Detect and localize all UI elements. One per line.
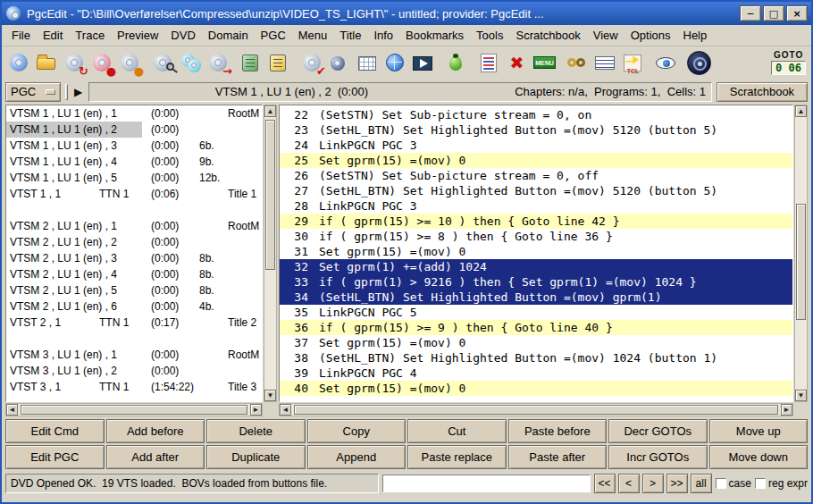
small-dvd-icon[interactable]	[328, 51, 352, 75]
command-line[interactable]: 28LinkPGCN PGC 3	[280, 198, 792, 214]
pgc-list-item[interactable]: VTSM 3 , LU 1 (en) , 1(0:00)RootM	[6, 347, 262, 363]
append-button[interactable]: Append	[307, 445, 406, 469]
menu-domain[interactable]: Domain	[202, 26, 255, 45]
command-list-hscrollbar[interactable]: ◄ ►	[279, 403, 793, 416]
verify-dvd-icon[interactable]: ✔	[300, 51, 324, 75]
pgc-list-item[interactable]: VTSM 2 , LU 1 (en) , 2(0:00)	[6, 234, 262, 250]
command-line[interactable]: 39LinkPGCN PGC 4	[280, 365, 792, 381]
cell-table-icon[interactable]	[356, 51, 380, 75]
pgc-list-item[interactable]: VTSM 2 , LU 1 (en) , 3(0:00)8b.	[6, 250, 262, 266]
scroll-up-icon[interactable]: ▲	[264, 105, 276, 117]
pgc-list-item[interactable]: VTST 3 , 1TTN 1(1:54:22)Title 3	[6, 379, 262, 395]
preview-dvd-icon[interactable]	[151, 51, 175, 75]
pgc-list-vscrollbar[interactable]: ▲ ▼	[264, 105, 277, 402]
pgc-list-item[interactable]: VTSM 1 , LU 1 (en) , 3(0:00)6b.	[6, 138, 262, 154]
pgc-list-item[interactable]: VTSM 2 , LU 1 (en) , 6(0:00)4b.	[6, 298, 262, 315]
pgc-list-item[interactable]: VTSM 1 , LU 1 (en) , 2(0:00)	[6, 122, 262, 138]
pgc-list-item[interactable]: VTSM 2 , LU 1 (en) , 4(0:00)8b.	[6, 266, 262, 282]
pgc-list-item[interactable]: VTST 2 , 1TTN 1(0:17)Title 2	[6, 315, 262, 331]
command-line[interactable]: 31Set gprm(15) =(mov) 0	[280, 244, 792, 259]
move-down-button[interactable]: Move down	[709, 445, 809, 469]
command-line[interactable]: 29if ( gprm(15) >= 10 ) then { Goto line…	[280, 214, 792, 229]
scroll-right-icon[interactable]: ►	[781, 404, 792, 416]
preview-eye-icon[interactable]	[654, 51, 678, 75]
command-line[interactable]: 22(SetSTN) Set Sub-picture stream = 0, o…	[280, 107, 792, 122]
close-button[interactable]: ×	[786, 5, 808, 21]
scroll-thumb[interactable]	[796, 204, 806, 320]
duplicate-button[interactable]: Duplicate	[206, 445, 306, 469]
open-folder-icon[interactable]	[35, 51, 59, 75]
link-chain-icon[interactable]	[566, 51, 590, 75]
command-line[interactable]: 30if ( gprm(15) >= 8 ) then { Goto line …	[280, 229, 792, 244]
kill-menu-icon[interactable]: ✖	[505, 51, 529, 75]
menu-scratchbook[interactable]: Scratchbook	[509, 26, 586, 45]
notes-book-icon[interactable]	[267, 51, 291, 75]
command-line[interactable]: 24LinkPGCN PGC 3	[280, 138, 792, 153]
title-bar[interactable]: PgcEdit - "D:\Bill\Overførelser\Compress…	[2, 2, 811, 25]
debug-bug-icon[interactable]	[444, 51, 468, 75]
delete-button[interactable]: Delete	[206, 419, 306, 443]
command-line[interactable]: 26(SetSTN) Set Sub-picture stream = 0, o…	[280, 168, 792, 183]
pgc-list-item[interactable]	[6, 202, 262, 218]
copy-dvd-icon[interactable]	[179, 51, 203, 75]
search-next-button[interactable]: >	[642, 474, 664, 493]
command-list-vscrollbar[interactable]: ▲ ▼	[794, 105, 808, 402]
command-line[interactable]: 40Set gprm(15) =(mov) 0	[280, 381, 792, 396]
cut-button[interactable]: Cut	[407, 419, 507, 443]
paste-replace-button[interactable]: Paste replace	[407, 445, 507, 469]
pgc-selector-dropdown[interactable]: PGC	[5, 82, 61, 102]
search-prev-button[interactable]: <	[618, 474, 640, 493]
search-first-button[interactable]: <<	[594, 474, 616, 493]
search-input[interactable]	[382, 475, 591, 492]
menu-trace[interactable]: Trace	[69, 26, 111, 45]
pgc-list-item[interactable]	[6, 331, 262, 347]
paste-after-button[interactable]: Paste after	[508, 445, 608, 469]
scroll-thumb[interactable]	[21, 405, 247, 415]
globe-icon[interactable]	[383, 51, 407, 75]
menu-edit[interactable]: Edit	[37, 26, 69, 45]
command-line[interactable]: 35LinkPGCN PGC 5	[280, 305, 792, 320]
minimize-button[interactable]: ─	[740, 5, 761, 21]
video-player-icon[interactable]	[411, 51, 435, 75]
regexp-checkbox[interactable]	[755, 478, 766, 489]
scroll-thumb[interactable]	[294, 405, 778, 415]
goto-counter[interactable]: GOTO 0 06	[771, 50, 806, 75]
trace-wheel-icon[interactable]	[687, 51, 711, 75]
menu-editor-icon[interactable]: MENU	[532, 51, 557, 75]
scroll-right-icon[interactable]: ►	[250, 404, 262, 416]
edit-pgc-button[interactable]: Edit PGC	[5, 445, 105, 469]
edit-cmd-button[interactable]: Edit Cmd	[5, 419, 105, 443]
counter-icon[interactable]	[593, 51, 617, 75]
scroll-left-icon[interactable]: ◄	[280, 404, 291, 416]
scroll-down-icon[interactable]: ▼	[795, 390, 807, 401]
menu-info[interactable]: Info	[367, 26, 399, 45]
open-dvd-icon[interactable]	[7, 51, 31, 75]
command-line[interactable]: 38(SetHL_BTN) Set Highlighted Button =(m…	[280, 350, 792, 365]
command-line[interactable]: 36if ( gprm(15) >= 9 ) then { Goto line …	[280, 320, 792, 335]
pgc-list-item[interactable]: VTSM 1 , LU 1 (en) , 4(0:00)9b.	[6, 154, 262, 170]
save-dvd-icon[interactable]: ●	[90, 51, 114, 75]
scroll-up-icon[interactable]: ▲	[795, 105, 807, 117]
incr-gotos-button[interactable]: Incr GOTOs	[608, 445, 708, 469]
command-line[interactable]: 23(SetHL_BTN) Set Highlighted Button =(m…	[280, 122, 792, 138]
burn-dvd-icon[interactable]: ●	[118, 51, 142, 75]
decr-gotos-button[interactable]: Decr GOTOs	[608, 419, 708, 443]
menu-title[interactable]: Title	[333, 26, 367, 45]
menu-pgc[interactable]: PGC	[255, 26, 292, 45]
case-checkbox-label[interactable]: case	[716, 477, 751, 490]
move-up-button[interactable]: Move up	[709, 419, 809, 443]
command-line[interactable]: 25Set gprm(15) =(mov) 0	[280, 153, 792, 168]
menu-dvd[interactable]: DVD	[164, 26, 201, 45]
paste-before-button[interactable]: Paste before	[508, 419, 608, 443]
export-dvd-icon[interactable]: →	[206, 51, 230, 75]
menu-file[interactable]: File	[5, 26, 37, 45]
maximize-button[interactable]: □	[763, 5, 784, 21]
reopen-dvd-icon[interactable]: ↻	[63, 51, 87, 75]
add-before-button[interactable]: Add before	[106, 419, 205, 443]
menu-options[interactable]: Options	[624, 26, 677, 45]
menu-view[interactable]: View	[587, 26, 624, 45]
command-line[interactable]: 33if ( gprm(1) > 9216 ) then { Set gprm(…	[280, 274, 792, 290]
search-last-button[interactable]: >>	[666, 474, 688, 493]
command-line[interactable]: 32Set gprm(1) +=(add) 1024	[280, 259, 792, 274]
add-after-button[interactable]: Add after	[106, 445, 205, 469]
